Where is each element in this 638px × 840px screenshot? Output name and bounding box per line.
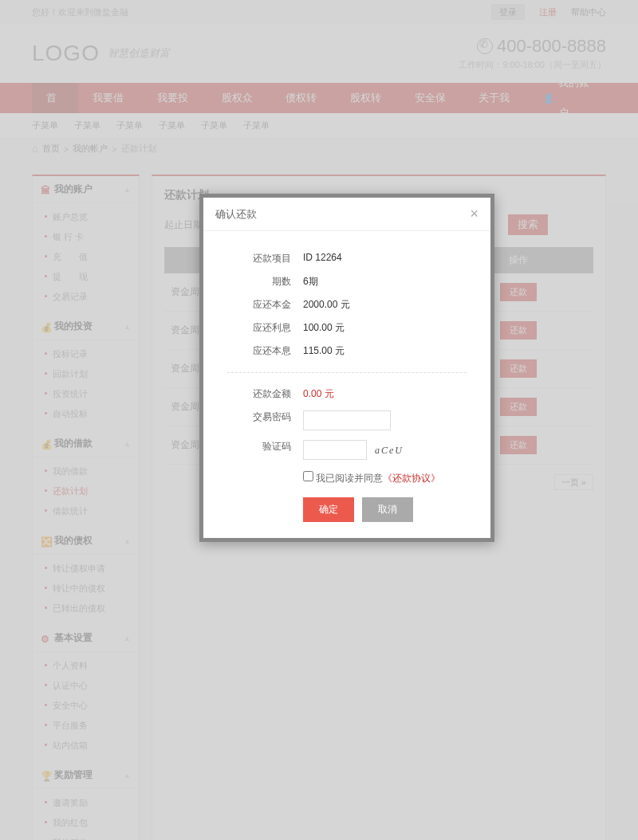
modal-title: 确认还款 bbox=[215, 207, 257, 222]
info-label: 期数 bbox=[227, 275, 291, 289]
amount-label: 还款金额 bbox=[227, 387, 291, 401]
info-label: 还款项目 bbox=[227, 252, 291, 265]
captcha-input[interactable] bbox=[303, 440, 367, 460]
agreement-link[interactable]: 《还款协议》 bbox=[383, 473, 440, 484]
info-value: 115.00 元 bbox=[303, 344, 345, 358]
info-value: 100.00 元 bbox=[303, 321, 345, 335]
info-label: 应还本息 bbox=[227, 344, 291, 358]
info-value: ID 12264 bbox=[303, 252, 342, 265]
info-value: 2000.00 元 bbox=[303, 298, 350, 312]
captcha-label: 验证码 bbox=[227, 440, 291, 460]
cancel-button[interactable]: 取消 bbox=[362, 497, 413, 522]
pwd-label: 交易密码 bbox=[227, 410, 291, 430]
info-value: 6期 bbox=[303, 275, 318, 289]
amount-value: 0.00 元 bbox=[303, 387, 334, 401]
info-label: 应还本金 bbox=[227, 298, 291, 312]
close-icon[interactable]: × bbox=[470, 206, 478, 222]
divider bbox=[227, 372, 467, 373]
agree-checkbox[interactable] bbox=[303, 471, 313, 481]
confirm-repay-modal: 确认还款 × 还款项目ID 12264期数6期应还本金2000.00 元应还利息… bbox=[199, 194, 494, 542]
confirm-button[interactable]: 确定 bbox=[303, 497, 354, 522]
trade-password-input[interactable] bbox=[303, 410, 391, 430]
captcha-image[interactable]: aCeU bbox=[375, 445, 404, 456]
agree-text: 我已阅读并同意 bbox=[316, 473, 383, 484]
info-label: 应还利息 bbox=[227, 321, 291, 335]
